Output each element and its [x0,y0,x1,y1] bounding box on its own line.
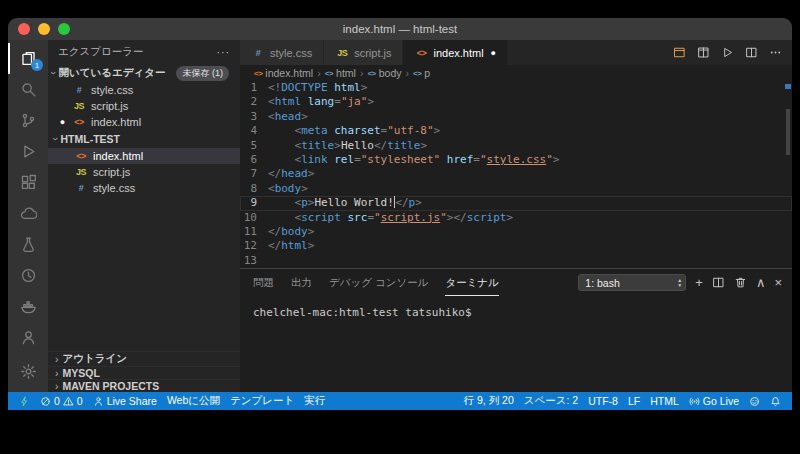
line-number: 8 [240,182,268,196]
chevron-right-icon: › [55,353,59,365]
breadcrumb-item[interactable]: <>index.html [254,67,313,79]
minimize-window-button[interactable] [38,23,50,35]
activity-test[interactable] [8,229,48,260]
statusbar-text: UTF-8 [588,395,618,407]
statusbar-live-share[interactable]: Live Share [88,392,162,410]
panel-tab-output[interactable]: 出力 [291,269,312,296]
titlebar[interactable]: index.html — html-test [8,18,792,40]
open-editors-label: 開いているエディター [59,66,166,80]
activity-history[interactable] [8,260,48,291]
workspace-header[interactable]: › HTML-TEST [48,130,240,148]
statusbar-eol[interactable]: LF [623,392,645,410]
zoom-window-button[interactable] [58,23,70,35]
file-name: style.css [93,182,135,194]
select-arrows-icon: ▲▼ [677,278,682,287]
terminal-shell-select[interactable]: 1: bash ▲▼ [578,274,686,291]
editor-action-open-changes[interactable] [697,46,710,59]
code-editor[interactable]: 1<!DOCTYPE html>2<html lang="ja">3<head>… [240,81,792,268]
statusbar-go-live[interactable]: Go Live [684,392,744,410]
statusbar-indentation[interactable]: スペース: 2 [519,392,583,410]
explorer-badge: 1 [31,59,43,71]
open-editors-header[interactable]: › 開いているエディター 未保存 (1) [48,64,240,82]
activity-run-debug[interactable] [8,136,48,167]
search-icon [20,81,37,98]
statusbar-feedback[interactable] [744,392,765,410]
panel-tab-problems[interactable]: 問題 [253,269,274,296]
statusbar-publish-web[interactable]: Webに公開 [162,392,225,410]
breadcrumb-item[interactable]: <>body [367,67,401,79]
panel-action-kill-terminal[interactable] [734,276,747,289]
html-file-icon: <> [74,151,88,161]
code-text: <head> [268,110,308,124]
code-line: 2<html lang="ja"> [240,95,792,109]
editor-action-more-actions[interactable] [769,46,782,59]
activity-bar-top: 1 [8,43,48,353]
breadcrumb-label: body [379,67,402,79]
sidebar-section-mysql[interactable]: ›MYSQL [48,366,240,379]
tab-index-html[interactable]: <>index.html● [403,40,508,65]
statusbar-problems[interactable]: 00 [35,392,88,410]
panel-header: 問題出力デバッグ コンソールターミナル 1: bash ▲▼ +∧× [240,269,792,296]
editor-actions [673,40,792,65]
activity-explorer[interactable]: 1 [8,43,48,74]
statusbar-language-mode[interactable]: HTML [645,392,684,410]
panel-tab-debug-console[interactable]: デバッグ コンソール [329,269,428,296]
activity-search[interactable] [8,74,48,105]
statusbar-cursor-position[interactable]: 行 9, 列 20 [459,392,519,410]
panel-toolbar: 1: bash ▲▼ +∧× [578,274,782,291]
line-number: 5 [240,139,268,153]
file-name: style.css [91,84,133,96]
panel-action-split-terminal[interactable] [712,276,725,289]
open-editor-item[interactable]: JSscript.js [48,98,240,114]
line-number: 3 [240,110,268,124]
activity-accounts[interactable] [8,322,48,353]
editor-action-run-file[interactable] [721,46,734,59]
panel-action-close-panel[interactable]: × [774,276,782,289]
workbench: 1 エクスプローラー ··· › 開いているエディター 未保存 (1) #sty… [8,40,792,392]
activity-settings[interactable] [8,356,48,387]
statusbar-encoding[interactable]: UTF-8 [583,392,623,410]
close-window-button[interactable] [18,23,30,35]
breadcrumb-separator: › [406,67,410,79]
panel-action-new-terminal[interactable]: + [695,276,703,289]
html-file-icon: <> [414,48,428,58]
editor-scrollbar[interactable] [786,109,790,155]
chevron-down-icon: › [48,71,60,75]
explorer-file-item[interactable]: JSscript.js [48,164,240,180]
activity-source-control[interactable] [8,105,48,136]
breadcrumb-item[interactable]: <>p [413,67,430,79]
editor-action-open-preview[interactable] [673,46,686,59]
open-editor-item[interactable]: ●<>index.html [48,114,240,130]
explorer-file-item[interactable]: #style.css [48,180,240,196]
activity-extensions[interactable] [8,167,48,198]
activity-docker[interactable] [8,291,48,322]
panel-action-maximize-panel[interactable]: ∧ [756,276,766,289]
sidebar-section-outline[interactable]: ›アウトライン [48,351,240,366]
statusbar-template[interactable]: テンプレート [225,392,299,410]
explorer-file-item[interactable]: <>index.html [48,148,240,164]
more-icon [769,46,782,59]
panel-tab-terminal[interactable]: ターミナル [445,269,498,296]
statusbar-text: Go Live [703,395,739,407]
tab-script-js[interactable]: JSscript.js [324,40,403,65]
tab-style-css[interactable]: #style.css [240,40,324,65]
editor-action-split-editor[interactable] [745,46,758,59]
sidebar-section-maven-projects[interactable]: ›MAVEN PROJECTS [48,379,240,392]
unsaved-badge: 未保存 (1) [176,66,229,81]
statusbar-notifications[interactable] [765,392,786,410]
css-file-icon: # [74,183,88,193]
debug-icon [20,143,37,160]
breadcrumb-label: html [336,67,356,79]
activity-cloud[interactable] [8,198,48,229]
terminal-output[interactable]: chelchel-mac:html-test tatsuhiko$ [240,296,792,319]
section-label: MYSQL [63,367,100,379]
statusbar-run-task[interactable]: 実行 [299,392,330,410]
open-editor-item[interactable]: #style.css [48,82,240,98]
panel-tabs: 問題出力デバッグ コンソールターミナル [253,269,516,296]
statusbar-text: Live Share [107,395,157,407]
bolt-icon [19,396,30,407]
statusbar-remote[interactable] [14,392,35,410]
sidebar-more-actions-icon[interactable]: ··· [217,46,231,58]
line-number: 13 [240,254,268,268]
breadcrumb-item[interactable]: <>html [325,67,356,79]
